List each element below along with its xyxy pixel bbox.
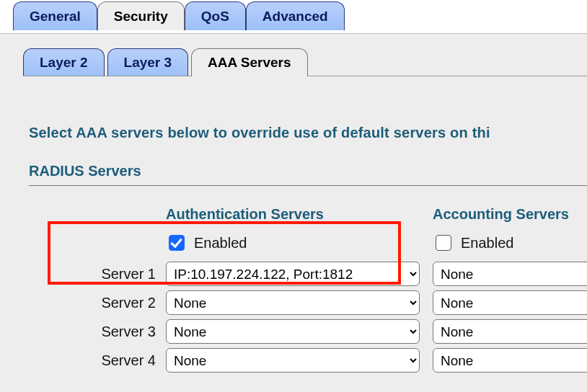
server-2-label: Server 2 — [29, 295, 166, 311]
server-3-acct-select[interactable]: None — [433, 319, 587, 344]
auth-enabled-wrap: Enabled — [166, 231, 433, 257]
instructions-text: Select AAA servers below to override use… — [29, 125, 587, 141]
tab-advanced[interactable]: Advanced — [246, 1, 345, 30]
server-1-auth-select[interactable]: IP:10.197.224.122, Port:1812 — [166, 262, 420, 286]
acct-enabled-wrap: Enabled — [433, 231, 587, 257]
auth-enabled-label: Enabled — [194, 235, 247, 251]
tab-aaa-servers[interactable]: AAA Servers — [191, 48, 307, 76]
column-header-auth: Authentication Servers — [166, 206, 433, 227]
tab-security[interactable]: Security — [97, 1, 185, 30]
section-title-radius: RADIUS Servers — [29, 163, 587, 179]
server-4-label: Server 4 — [29, 352, 166, 369]
section-divider — [29, 185, 587, 186]
tab-qos[interactable]: QoS — [185, 1, 246, 30]
server-2-auth-select[interactable]: None — [166, 290, 420, 315]
server-4-acct-select[interactable]: None — [433, 348, 587, 373]
column-header-acct: Accounting Servers — [433, 206, 587, 227]
server-2-acct-select[interactable]: None — [433, 290, 587, 315]
sub-tab-bar: Layer 2 Layer 3 AAA Servers — [0, 34, 587, 89]
server-1-label: Server 1 — [29, 266, 166, 282]
server-3-label: Server 3 — [29, 324, 166, 340]
tab-general[interactable]: General — [13, 1, 97, 30]
acct-enabled-label: Enabled — [461, 235, 513, 251]
top-tab-bar: General Security QoS Advanced — [0, 0, 587, 32]
servers-grid: Authentication Servers Accounting Server… — [29, 206, 587, 373]
tab-layer2[interactable]: Layer 2 — [23, 48, 105, 76]
acct-enabled-checkbox[interactable] — [436, 235, 451, 251]
server-4-auth-select[interactable]: None — [166, 348, 420, 373]
server-1-acct-select[interactable]: None — [433, 262, 587, 286]
server-3-auth-select[interactable]: None — [166, 319, 420, 344]
auth-enabled-checkbox[interactable] — [169, 235, 185, 251]
content-panel: Layer 2 Layer 3 AAA Servers Select AAA s… — [0, 33, 587, 392]
tab-layer3[interactable]: Layer 3 — [107, 48, 189, 76]
